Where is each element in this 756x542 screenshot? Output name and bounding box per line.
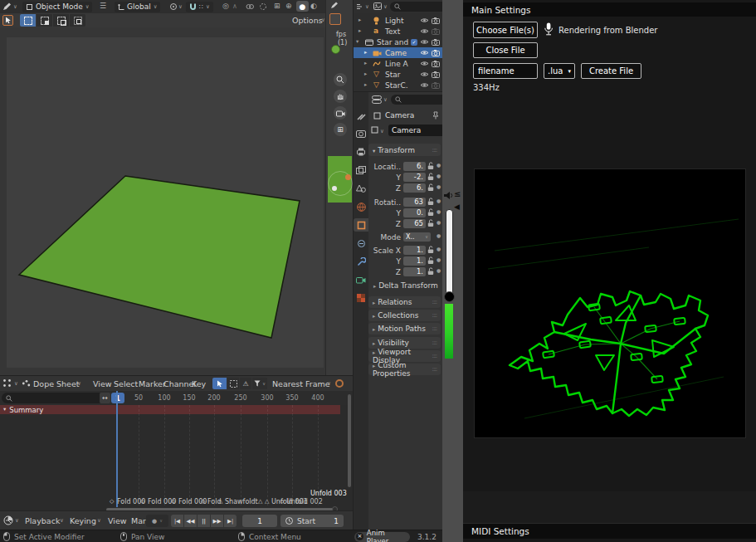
viewport-strip[interactable]: fps (1) ⊞ (325, 0, 354, 375)
snap-mode-dropdown[interactable]: Nearest Frame (272, 379, 330, 388)
lock-icon[interactable] (427, 267, 434, 276)
shading-material-icon[interactable]: ● (296, 1, 309, 12)
expand-icon[interactable]: ▸ (364, 82, 367, 88)
marker-glyph[interactable]: ◇ (171, 499, 175, 505)
expand-icon[interactable]: ▸ (358, 17, 361, 23)
filter-button[interactable]: ∨ (252, 378, 267, 389)
outliner-row-star[interactable]: ▸ ▽ Star (354, 69, 443, 80)
expand-icon[interactable]: ▸ (358, 28, 361, 34)
marker-glyph[interactable]: △ (258, 499, 262, 505)
outliner-filter-icon[interactable] (373, 2, 382, 10)
proportional-falloff-icon[interactable]: ∧ (232, 2, 237, 10)
playhead[interactable] (116, 391, 118, 507)
lock-icon[interactable] (427, 256, 434, 265)
current-frame-badge[interactable]: 1 (111, 393, 124, 403)
lock-icon[interactable] (427, 219, 434, 227)
select-subtract-button[interactable] (53, 14, 69, 27)
shading-solid-icon[interactable]: ⊕ (285, 2, 292, 10)
properties-display-icon[interactable] (372, 95, 382, 104)
editor-mode-dropdown[interactable]: Dope Sheet (33, 379, 80, 388)
delta-transform-toggle[interactable]: ▸ Delta Transform (373, 281, 438, 290)
hamburger-icon[interactable]: ☰ (100, 2, 106, 10)
outliner-row-starc[interactable]: ▸ ▽ StarC. (354, 80, 443, 90)
select-intersect-button[interactable] (70, 14, 85, 27)
marker-glyph[interactable]: ◇ (280, 499, 284, 505)
eye-icon[interactable] (420, 82, 429, 88)
lock-icon[interactable] (427, 183, 434, 192)
outliner-display-icon[interactable] (356, 3, 364, 10)
camera-render-icon[interactable] (432, 50, 440, 56)
eye-icon[interactable] (420, 50, 429, 56)
drag-handle[interactable]: :::: (432, 339, 437, 346)
menu-marker[interactable]: Marker (139, 379, 166, 388)
animate-dot[interactable]: ● (437, 267, 441, 273)
tab-tool[interactable] (354, 109, 368, 122)
collapse-icon[interactable]: ▾ (356, 39, 358, 45)
shading-wireframe-icon[interactable]: ⊞ (274, 2, 280, 10)
value-field[interactable]: 6. (403, 183, 426, 193)
menu-view[interactable]: View (93, 379, 112, 388)
playback-menu[interactable]: Playback (25, 516, 60, 525)
keying-menu[interactable]: Keying (70, 516, 96, 525)
expand-icon[interactable]: ▸ (364, 50, 367, 56)
tab-render[interactable] (354, 127, 368, 140)
tab-texture[interactable] (354, 291, 368, 305)
marker-glyph[interactable]: △ (265, 499, 269, 505)
ortho-grid-icon[interactable]: ⊞ (334, 123, 347, 136)
pivot-point-icon[interactable] (169, 2, 178, 11)
animate-dot[interactable]: ● (437, 246, 441, 251)
drag-handle[interactable]: :::: (432, 299, 437, 305)
jump-start-button[interactable]: |◀ (171, 515, 183, 527)
close-file-button[interactable]: Close File (473, 42, 538, 58)
snap-group[interactable]: ∷ ∨ (186, 2, 213, 12)
marker-glyph[interactable]: ◇ (110, 499, 114, 505)
value-field[interactable]: 1. (403, 256, 426, 266)
jump-end-button[interactable]: ▶| (224, 515, 237, 527)
outliner-row-collection[interactable]: ▾ Star and C ✓ (354, 37, 443, 47)
shading-rendered-icon[interactable]: ◐ (310, 2, 317, 10)
ground-plane[interactable] (0, 27, 325, 375)
eye-icon[interactable] (420, 39, 429, 45)
lock-icon[interactable] (427, 246, 434, 254)
select-box-button[interactable] (20, 14, 36, 27)
timeline-ruler[interactable]: ↔ 1 50 100 150 200 250 300 350 400 (0, 391, 353, 405)
proportional-ring-icon[interactable] (335, 379, 344, 388)
menu-select[interactable]: Select (114, 379, 138, 388)
menu-key[interactable]: Key (192, 379, 206, 388)
viewport-3d[interactable] (0, 27, 325, 375)
volume-slider-knob[interactable] (444, 291, 455, 302)
mode-dropdown[interactable]: Object Mode ∨ (22, 2, 92, 12)
section-viewport-display[interactable]: ▸ Viewport Display:::: (368, 350, 441, 362)
pin-icon[interactable] (432, 111, 439, 120)
zoom-icon[interactable] (334, 73, 347, 86)
drag-handle[interactable]: :::: (432, 366, 437, 373)
options-menu[interactable]: Options (292, 16, 323, 25)
marker-glyph[interactable]: △ (218, 499, 222, 505)
move-view-hand-icon[interactable] (334, 90, 347, 103)
drag-handle[interactable]: :::: (432, 325, 437, 332)
summary-channel[interactable]: ▾ Summary (0, 405, 340, 414)
editor-type-icon[interactable] (2, 378, 12, 388)
animate-dot[interactable]: ● (437, 208, 441, 214)
drag-handle[interactable]: :::: (432, 353, 437, 359)
animate-dot[interactable]: ● (437, 232, 441, 238)
value-field[interactable]: 0. (403, 208, 426, 217)
overlays-icon[interactable] (259, 2, 267, 11)
outliner-row-light[interactable]: ▸ Light (354, 15, 443, 26)
tab-output[interactable] (354, 145, 368, 159)
lock-icon[interactable] (427, 208, 434, 217)
midi-settings-header[interactable]: MIDI Settings (463, 523, 756, 539)
auto-keying-button[interactable]: ● ∨ (146, 515, 168, 527)
camera-render-icon[interactable] (432, 39, 440, 46)
camera-render-icon[interactable] (432, 61, 440, 67)
section-relations[interactable]: ▸ Relations:::: (368, 296, 441, 308)
view-menu[interactable]: View (108, 516, 127, 525)
properties-search[interactable] (391, 95, 443, 105)
errors-button[interactable]: ⚠ (240, 378, 251, 389)
animate-dot[interactable]: ● (437, 219, 441, 225)
create-file-button[interactable]: Create File (581, 63, 641, 79)
section-collections[interactable]: ▸ Collections:::: (368, 310, 441, 321)
outliner-row-camera-selected[interactable]: ▸ Came (354, 47, 443, 58)
marker-glyph[interactable]: ◇ (201, 499, 205, 505)
camera-render-icon[interactable] (432, 82, 440, 89)
